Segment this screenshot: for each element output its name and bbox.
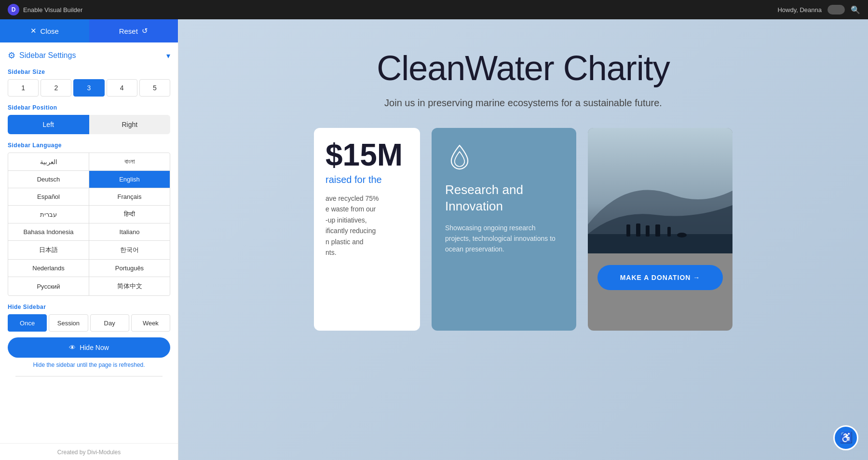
svg-rect-1 — [588, 234, 732, 253]
settings-title-row: ⚙ Sidebar Settings — [8, 50, 76, 61]
card-description: ave recycled 75%e waste from our-up init… — [326, 193, 408, 258]
main-content: CleanWater Charity Join us in preserving… — [178, 19, 868, 460]
hero-subtitle: Join us in preserving marine ecosystems … — [198, 98, 849, 109]
gear-icon: ⚙ — [8, 50, 15, 61]
close-x-icon: ✕ — [30, 27, 37, 35]
lang-portuguese[interactable]: Português — [89, 260, 170, 277]
lang-deutsch[interactable]: Deutsch — [8, 171, 89, 188]
hero-section: CleanWater Charity Join us in preserving… — [178, 19, 868, 128]
position-buttons: Left Right — [8, 115, 170, 134]
size-btn-5[interactable]: 5 — [139, 79, 170, 97]
lang-dutch[interactable]: Nederlands — [8, 260, 89, 277]
top-bar-left: D Enable Visual Builder — [8, 4, 82, 15]
size-btn-4[interactable]: 4 — [107, 79, 137, 97]
svg-rect-2 — [626, 224, 630, 237]
size-btn-2[interactable]: 2 — [41, 79, 71, 97]
lang-bengali[interactable]: বাংলা — [89, 153, 170, 170]
top-bar: D Enable Visual Builder Howdy, Deanna 🔍 — [0, 0, 868, 19]
research-title: Research and Innovation — [445, 182, 563, 215]
sidebar-footer: Created by Divi-Modules — [0, 443, 178, 460]
position-right-button[interactable]: Right — [89, 115, 171, 134]
stat-detail: raised for the — [326, 174, 408, 185]
svg-rect-6 — [667, 227, 671, 237]
svg-point-7 — [677, 233, 687, 237]
water-drop-icon — [445, 143, 474, 172]
hills-svg — [588, 128, 732, 253]
svg-rect-4 — [646, 225, 650, 237]
hide-note: Hide the sidebar until the page is refre… — [8, 362, 170, 368]
stat-card: $15M raised for the ave recycled 75%e wa… — [314, 128, 420, 331]
hide-label: Hide Sidebar — [8, 304, 170, 310]
lang-francais[interactable]: Français — [89, 188, 170, 205]
size-buttons: 1 2 3 4 5 — [8, 79, 170, 97]
language-label: Sidebar Language — [8, 142, 170, 149]
landscape-photo — [588, 128, 732, 253]
settings-title: Sidebar Settings — [19, 51, 76, 60]
size-btn-3[interactable]: 3 — [73, 79, 104, 97]
donate-button[interactable]: MAKE A DONATION → — [597, 265, 723, 290]
content-wrapper: CleanWater Charity Join us in preserving… — [178, 19, 868, 331]
lang-hebrew[interactable]: עברית — [8, 206, 89, 223]
lang-espanol[interactable]: Español — [8, 188, 89, 205]
accessibility-button[interactable]: ♿ — [833, 425, 858, 450]
position-left-button[interactable]: Left — [8, 115, 89, 134]
lang-russian[interactable]: Русский — [8, 277, 89, 295]
reset-icon: ↺ — [142, 27, 148, 35]
eye-icon: 👁 — [69, 344, 76, 351]
user-greeting: Howdy, Deanna — [777, 6, 822, 14]
close-button[interactable]: ✕ Close — [0, 19, 89, 42]
lang-bahasa[interactable]: Bahasa Indonesia — [8, 223, 89, 240]
photo-card: MAKE A DONATION → — [588, 128, 732, 331]
hide-session-button[interactable]: Session — [49, 314, 88, 332]
reset-button[interactable]: Reset ↺ — [89, 19, 178, 42]
lang-japanese[interactable]: 日本語 — [8, 241, 89, 259]
chevron-down-icon[interactable]: ▾ — [166, 51, 170, 60]
hero-title: CleanWater Charity — [198, 48, 849, 88]
top-bar-title: Enable Visual Builder — [23, 6, 82, 14]
stat-number: $15M — [326, 139, 408, 170]
lang-korean[interactable]: 한국어 — [89, 241, 170, 259]
hide-once-button[interactable]: Once — [8, 314, 47, 332]
cards-row: $15M raised for the ave recycled 75%e wa… — [178, 128, 868, 331]
hide-week-button[interactable]: Week — [131, 314, 170, 332]
research-card: Research and Innovation Showcasing ongoi… — [432, 128, 576, 331]
hide-now-button[interactable]: 👁 Hide Now — [8, 337, 170, 358]
svg-rect-3 — [636, 223, 640, 237]
accessibility-icon: ♿ — [840, 432, 853, 444]
divider — [15, 376, 163, 376]
top-bar-right: Howdy, Deanna 🔍 — [777, 5, 860, 14]
position-label: Sidebar Position — [8, 104, 170, 111]
lang-english[interactable]: English — [89, 171, 170, 188]
language-grid: العربية বাংলা Deutsch English Español Fr… — [8, 153, 170, 296]
lang-italiano[interactable]: Italiano — [89, 223, 170, 240]
toggle-switch[interactable] — [827, 5, 845, 14]
main-layout: ✕ Close Reset ↺ ⚙ Sidebar Settings ▾ Sid… — [0, 19, 868, 460]
divi-logo: D — [8, 4, 19, 15]
sidebar: ✕ Close Reset ↺ ⚙ Sidebar Settings ▾ Sid… — [0, 19, 178, 460]
sidebar-header: ✕ Close Reset ↺ — [0, 19, 178, 42]
hide-options: Once Session Day Week — [8, 314, 170, 332]
svg-rect-5 — [655, 224, 660, 237]
hide-day-button[interactable]: Day — [90, 314, 129, 332]
research-description: Showcasing ongoing research projects, te… — [445, 223, 563, 255]
size-btn-1[interactable]: 1 — [8, 79, 39, 97]
size-label: Sidebar Size — [8, 69, 170, 75]
lang-chinese[interactable]: 简体中文 — [89, 277, 170, 295]
lang-arabic[interactable]: العربية — [8, 153, 89, 170]
sidebar-content: ⚙ Sidebar Settings ▾ Sidebar Size 1 2 3 … — [0, 42, 178, 443]
lang-hindi[interactable]: हिन्दी — [89, 206, 170, 223]
settings-header: ⚙ Sidebar Settings ▾ — [8, 50, 170, 61]
footer-credit-link[interactable]: Created by Divi-Modules — [57, 449, 121, 456]
search-icon[interactable]: 🔍 — [851, 5, 860, 14]
